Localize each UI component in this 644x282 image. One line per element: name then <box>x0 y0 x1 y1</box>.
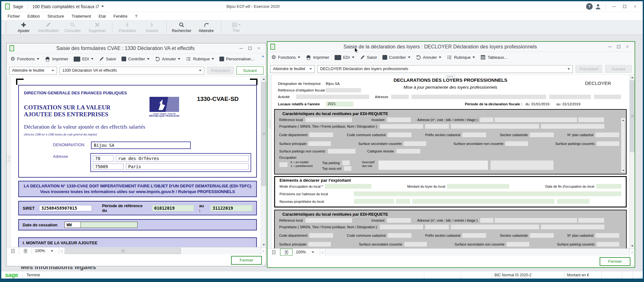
minimize-button[interactable] <box>237 45 246 52</box>
montant-loyer-field[interactable] <box>447 184 509 189</box>
date-fin-occupation-field[interactable] <box>596 184 621 189</box>
annuler-menu[interactable]: Annuler <box>416 55 442 60</box>
nouveau-prop-designation-field[interactable] <box>557 199 590 204</box>
section-scrollbar[interactable] <box>621 118 625 173</box>
fonctions-menu[interactable]: ⚙Fonctions <box>271 55 300 60</box>
page-view-button[interactable] <box>268 249 280 256</box>
top-parking-field[interactable] <box>342 160 350 165</box>
surface-sec-couverte-field[interactable] <box>404 141 426 146</box>
zoom-select[interactable]: 100% <box>32 247 59 254</box>
surface-sec-couverte-field[interactable] <box>404 242 427 246</box>
section-cadastrale-field[interactable] <box>530 233 554 238</box>
scroll-right-icon[interactable]: › <box>261 247 266 254</box>
activite-field[interactable] <box>296 95 369 99</box>
city-field[interactable]: Paris <box>126 163 249 170</box>
nouveau-prop-nom-field[interactable] <box>412 199 555 204</box>
ref-local-field[interactable] <box>305 218 352 223</box>
next-sheet-button[interactable]: Suivant <box>605 65 632 73</box>
plan-cadastral-field[interactable] <box>595 132 619 137</box>
minimize-button[interactable] <box>609 3 618 10</box>
panel-expand-handle[interactable] <box>268 120 271 128</box>
saisir-button[interactable]: Saisir <box>99 56 116 62</box>
scroll-up-icon[interactable] <box>261 76 266 81</box>
proprietaire-designation-field[interactable] <box>541 224 604 229</box>
nouveau-prop-titre-field[interactable] <box>396 199 410 204</box>
street-number-field[interactable]: 70 <box>93 155 114 162</box>
scroll-left-icon[interactable]: ‹ <box>320 249 325 256</box>
surface-parking-couverts-field[interactable] <box>596 242 619 246</box>
page-view-button[interactable] <box>7 247 19 254</box>
fermer-button[interactable]: Fermer <box>600 257 630 266</box>
scrollbar-thumb[interactable] <box>630 80 635 152</box>
plan-cadastral-field[interactable] <box>595 233 619 238</box>
previous-sheet-button[interactable]: Précédent <box>207 66 234 75</box>
edit-button[interactable]: Voir/Modifier <box>36 20 60 34</box>
adresse-ville-field[interactable] <box>594 95 621 99</box>
periode-to-field[interactable]: 31122019 <box>210 205 252 211</box>
fermer-button[interactable]: Fermer <box>231 256 262 264</box>
menu-traitement[interactable]: Traitement <box>68 14 95 19</box>
scrollbar-thumb[interactable] <box>261 82 266 186</box>
scroll-down-icon[interactable] <box>630 243 635 248</box>
personnaliser-button[interactable]: Personnaliser... <box>219 57 254 61</box>
rubrique-menu[interactable]: Rubrique <box>186 56 214 62</box>
add-button[interactable]: Ajouter <box>11 20 36 34</box>
proprietaire-designation-field[interactable] <box>541 124 604 129</box>
next-sheet-button[interactable]: Suivant <box>236 66 263 75</box>
resize-grip[interactable] <box>631 264 634 267</box>
resize-grip[interactable] <box>263 263 265 265</box>
adresse-num-field[interactable] <box>480 218 493 223</box>
zip-field[interactable]: 75009 <box>93 163 124 170</box>
code-dept-field[interactable] <box>309 132 333 137</box>
surface-sec-non-couverte-field[interactable] <box>505 141 528 146</box>
form-view-button[interactable] <box>19 247 32 254</box>
top-sous-sol-field[interactable] <box>344 166 351 171</box>
surface-principale-field[interactable] <box>308 242 331 246</box>
prefix-section-field[interactable] <box>462 233 486 238</box>
tableaux-button[interactable]: Tableaux... <box>480 55 507 60</box>
section-cadastrale-field[interactable] <box>530 132 554 137</box>
proprietaire-titre-field[interactable] <box>425 124 449 129</box>
surface-parkings-non-couverts-field[interactable] <box>328 149 355 153</box>
toolbar-overflow-icon[interactable]: » <box>262 54 264 58</box>
vertical-scrollbar[interactable] <box>261 76 266 247</box>
next-button[interactable]: Suivant <box>139 20 164 34</box>
panel-expand-handle[interactable] <box>7 155 10 163</box>
proprietaire-nom-field[interactable] <box>451 124 539 129</box>
sheet-select[interactable]: 1330 Déclaration VA et effectifs <box>59 67 204 75</box>
maximize-button[interactable] <box>614 43 623 51</box>
surface-sec-non-couverte-field[interactable] <box>506 242 529 246</box>
horizontal-scrollbar[interactable]: ‹ › <box>320 249 635 256</box>
scroll-up-icon[interactable] <box>630 75 635 80</box>
splitter-handle[interactable] <box>446 75 455 78</box>
cvae-window-titlebar[interactable]: Saisie des formulaires CVAE : 1330 Décla… <box>7 43 266 53</box>
maximize-button[interactable] <box>246 45 254 52</box>
menu-fichier[interactable]: Fichier <box>4 14 24 19</box>
descriptif-lots-field-2[interactable] <box>490 160 553 170</box>
goto-sheet-select[interactable]: Atteindre le feuillet <box>9 67 57 75</box>
controler-menu[interactable]: Contrôler <box>121 57 149 61</box>
menu-edition[interactable]: Edition <box>24 14 44 19</box>
menu-aide[interactable]: ? <box>131 14 141 19</box>
sheet-select[interactable]: DECLOYER Déclaration des loyers professi… <box>317 65 573 73</box>
close-button[interactable]: × <box>254 45 263 52</box>
adresse-cp-field[interactable] <box>549 95 591 99</box>
user-icon[interactable] <box>595 3 602 10</box>
code-dept-field[interactable] <box>309 233 333 238</box>
adresse-num-field[interactable] <box>391 95 409 99</box>
locaux-annee-field[interactable]: 2021 <box>326 102 353 107</box>
close-button[interactable]: × <box>631 3 640 10</box>
proprietaire-siren-field[interactable] <box>380 124 423 129</box>
descriptif-lots-field-1[interactable] <box>378 160 488 170</box>
scroll-right-icon[interactable]: › <box>629 249 635 256</box>
adresse-etage-field[interactable] <box>578 218 604 223</box>
adresse-voie-field[interactable] <box>494 218 577 223</box>
toolbar-drag-handle[interactable] <box>6 22 6 33</box>
help-icon[interactable]: ? <box>586 3 593 10</box>
scroll-down-icon[interactable] <box>621 169 625 172</box>
cessation-date-field[interactable] <box>81 222 138 228</box>
code-commune-field[interactable] <box>387 132 411 137</box>
maximize-button[interactable] <box>620 3 629 10</box>
occupation-field[interactable] <box>279 162 287 167</box>
categorie-revisee-field[interactable] <box>396 149 420 153</box>
